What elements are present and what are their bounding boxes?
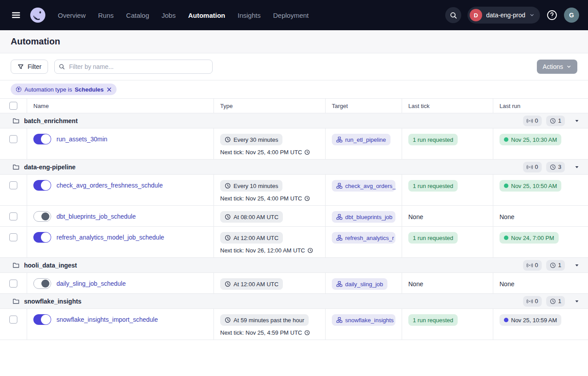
target-link[interactable]: check_avg_orders_ — [332, 180, 395, 192]
sensor-count-badge: 0 — [523, 296, 542, 307]
sensor-count: 0 — [535, 262, 538, 268]
global-search-button[interactable] — [445, 7, 461, 23]
row-checkbox[interactable] — [9, 280, 17, 288]
automation-row: run_assets_30min Every 30 minutes Next t… — [0, 128, 588, 160]
filter-button[interactable]: Filter — [11, 60, 48, 74]
table-header: Name Type Target Last tick Last run — [0, 99, 588, 113]
target-name: snowflake_insights — [345, 317, 394, 324]
job-graph-icon — [336, 183, 342, 189]
select-all-checkbox[interactable] — [9, 102, 17, 110]
nav-item-catalog[interactable]: Catalog — [126, 12, 149, 19]
search-icon — [450, 12, 457, 19]
collapse-caret-icon[interactable] — [573, 297, 581, 305]
row-checkbox[interactable] — [9, 316, 17, 324]
group-name: hooli_data_ingest — [24, 262, 77, 269]
search-icon — [59, 64, 65, 70]
last-run-pill[interactable]: Nov 25, 10:59 AM — [499, 314, 561, 326]
folder-icon — [12, 117, 20, 124]
workspace-name: data-eng-prod — [486, 12, 525, 19]
question-mark-icon — [546, 9, 558, 21]
job-graph-icon — [336, 281, 342, 287]
row-checkbox[interactable] — [9, 181, 17, 189]
sensor-icon — [527, 164, 533, 170]
target-name: refresh_analytics_r — [345, 235, 394, 241]
row-checkbox[interactable] — [9, 135, 17, 143]
last-tick-pill[interactable]: 1 run requested — [408, 134, 458, 145]
schedule-toggle[interactable] — [33, 278, 51, 289]
schedule-toggle[interactable] — [33, 134, 51, 144]
schedule-toggle[interactable] — [33, 180, 51, 191]
last-run-time: Nov 24, 7:00 PM — [511, 235, 554, 241]
main-nav: Overview Runs Catalog Jobs Automation In… — [58, 12, 309, 19]
name-filter-field — [54, 60, 213, 74]
automation-name-link[interactable]: snowflake_insights_import_schedule — [56, 314, 158, 325]
user-avatar[interactable]: G — [564, 8, 579, 23]
target-link[interactable]: refresh_analytics_r — [332, 232, 395, 244]
hamburger-menu-icon[interactable] — [9, 8, 23, 22]
target-link[interactable]: snowflake_insights — [332, 314, 395, 326]
last-tick-pill[interactable]: 1 run requested — [408, 314, 458, 326]
collapse-caret-icon[interactable] — [573, 163, 581, 171]
automation-row: refresh_analytics_model_job_schedule At … — [0, 227, 588, 258]
nav-item-insights[interactable]: Insights — [238, 12, 261, 19]
help-button[interactable] — [546, 9, 558, 21]
nav-item-automation[interactable]: Automation — [188, 12, 225, 19]
clock-icon — [225, 136, 231, 143]
schedule-count-badge: 1 — [546, 296, 565, 307]
sensor-count: 0 — [535, 298, 538, 304]
group-row: snowflake_insights 0 1 — [0, 294, 588, 309]
schedule-cadence: At 08:00 AM UTC — [234, 214, 278, 220]
row-checkbox[interactable] — [9, 212, 17, 220]
filter-chip-text: Automation type is — [24, 86, 72, 93]
schedule-count-badge: 1 — [546, 260, 565, 271]
nav-item-overview[interactable]: Overview — [58, 12, 86, 19]
last-run-pill[interactable]: Nov 24, 7:00 PM — [499, 232, 559, 244]
run-status-dot — [504, 318, 508, 322]
last-tick-pill[interactable]: 1 run requested — [408, 180, 458, 192]
collapse-caret-icon[interactable] — [573, 117, 581, 125]
last-run-pill[interactable]: Nov 25, 10:30 AM — [499, 134, 561, 145]
actions-button[interactable]: Actions — [537, 60, 577, 74]
funnel-icon — [17, 64, 24, 70]
sensor-icon — [527, 262, 533, 268]
next-tick: Next tick: Nov 25, 4:00 PM UTC — [220, 149, 319, 156]
nav-item-jobs[interactable]: Jobs — [161, 12, 176, 19]
target-name: check_avg_orders_ — [345, 183, 395, 189]
workspace-switcher[interactable]: D data-eng-prod — [467, 7, 540, 24]
workspace-badge: D — [470, 9, 482, 21]
column-header-last-run: Last run — [493, 99, 588, 113]
target-link[interactable]: dbt_blueprints_job — [332, 211, 395, 223]
last-tick-status: 1 run requested — [413, 136, 453, 143]
schedule-cadence: Every 10 minutes — [234, 183, 278, 189]
sensor-count: 0 — [535, 164, 538, 170]
automation-type-filter-chip[interactable]: Automation type is Schedules — [11, 84, 117, 95]
schedule-toggle[interactable] — [33, 211, 51, 222]
close-icon[interactable] — [107, 87, 112, 92]
schedule-toggle[interactable] — [33, 232, 51, 243]
target-link[interactable]: daily_sling_job — [332, 278, 387, 290]
schedule-toggle[interactable] — [33, 314, 51, 325]
next-tick: Next tick: Nov 25, 4:59 PM UTC — [220, 329, 319, 336]
target-link[interactable]: run_etl_pipeline — [332, 134, 391, 145]
chevron-down-icon — [529, 12, 535, 18]
name-filter-input[interactable] — [54, 60, 213, 74]
collapse-caret-icon[interactable] — [573, 261, 581, 269]
last-tick-pill[interactable]: 1 run requested — [408, 232, 458, 244]
automation-row: snowflake_insights_import_schedule At 59… — [0, 309, 588, 340]
clock-icon — [225, 281, 231, 287]
automation-name-link[interactable]: check_avg_orders_freshness_schdule — [56, 180, 163, 191]
automation-name-link[interactable]: dbt_blueprints_job_schedule — [56, 211, 136, 222]
automation-name-link[interactable]: run_assets_30min — [56, 134, 107, 144]
nav-item-deployment[interactable]: Deployment — [273, 12, 309, 19]
nav-item-runs[interactable]: Runs — [98, 12, 114, 19]
automation-name-link[interactable]: daily_sling_job_schedule — [56, 278, 126, 289]
sensor-count-badge: 0 — [523, 260, 542, 271]
automation-row: check_avg_orders_freshness_schdule Every… — [0, 175, 588, 206]
last-run-time: Nov 25, 10:30 AM — [511, 136, 557, 143]
dagster-logo-icon[interactable] — [29, 7, 46, 24]
row-checkbox[interactable] — [9, 233, 17, 241]
last-tick-value: None — [408, 280, 423, 288]
automation-name-link[interactable]: refresh_analytics_model_job_schedule — [56, 232, 164, 243]
run-status-dot — [504, 236, 508, 240]
last-run-pill[interactable]: Nov 25, 10:50 AM — [499, 180, 561, 192]
